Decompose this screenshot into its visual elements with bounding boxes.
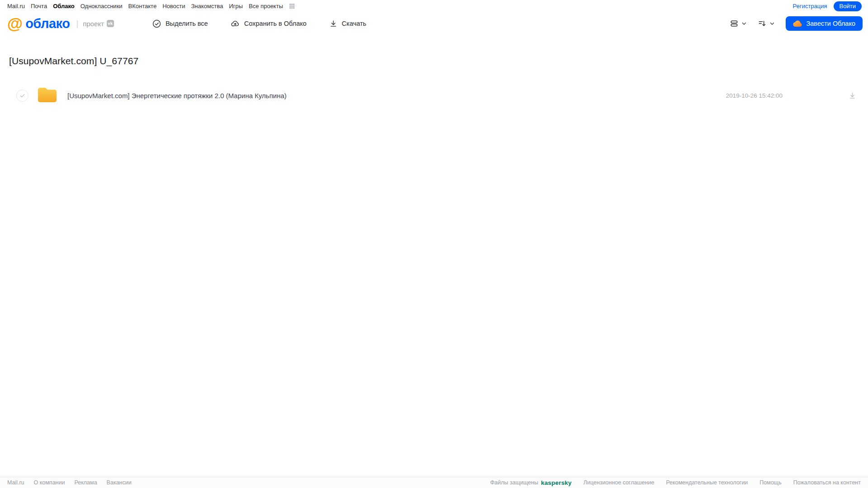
main-header: @ облако | проект vk Выделить все xyxy=(0,12,868,35)
view-mode-selector[interactable] xyxy=(730,19,747,28)
list-view-icon xyxy=(730,19,739,28)
file-toolbar: Выделить все Сохранить в Облако Скачат xyxy=(152,19,389,28)
vk-badge-icon: vk xyxy=(107,20,114,27)
select-all-label: Выделить все xyxy=(166,20,208,27)
chevron-down-icon xyxy=(769,21,775,26)
download-label: Скачать xyxy=(342,20,366,27)
select-all-button[interactable]: Выделить все xyxy=(152,19,208,28)
row-download-icon[interactable] xyxy=(849,92,856,99)
nav-oblako[interactable]: Облако xyxy=(53,3,75,9)
login-button[interactable]: Войти xyxy=(834,1,862,11)
logo-divider: | xyxy=(76,19,78,28)
check-icon xyxy=(19,93,25,99)
save-to-cloud-button[interactable]: Сохранить в Облако xyxy=(231,19,307,28)
footer-recommendation-tech-link[interactable]: Рекомендательные технологии xyxy=(666,479,748,486)
kaspersky-protected: Файлы защищены kaspersky xyxy=(490,479,572,486)
footer-right: Файлы защищены kaspersky Лицензионное со… xyxy=(490,479,861,486)
nav-znakomstva[interactable]: Знакомства xyxy=(191,3,223,9)
get-cloud-button-label: Завести Облако xyxy=(806,20,855,27)
footer-jobs-link[interactable]: Вакансии xyxy=(107,479,132,486)
footer-about-link[interactable]: О компании xyxy=(34,479,65,486)
mailru-at-icon: @ xyxy=(7,15,23,32)
nav-all-projects[interactable]: Все проекты xyxy=(249,3,283,9)
footer-ads-link[interactable]: Реклама xyxy=(74,479,97,486)
nav-novosti[interactable]: Новости xyxy=(162,3,185,9)
footer: Mail.ru О компании Реклама Вакансии Файл… xyxy=(0,477,868,488)
nav-vkontakte[interactable]: ВКонтакте xyxy=(128,3,157,9)
logo-project-label: проект xyxy=(83,20,104,28)
nav-mailru[interactable]: Mail.ru xyxy=(7,3,25,9)
chevron-down-icon xyxy=(741,21,747,26)
orange-cloud-icon xyxy=(793,20,802,27)
protected-label: Файлы защищены xyxy=(490,479,538,486)
footer-help-link[interactable]: Помощь xyxy=(759,479,781,486)
check-circle-icon xyxy=(152,19,166,28)
get-cloud-button[interactable]: Завести Облако xyxy=(786,16,863,31)
download-icon xyxy=(329,19,342,28)
file-date: 2019-10-26 15:42:00 xyxy=(726,92,783,99)
all-projects-grid-icon[interactable] xyxy=(289,4,294,9)
cloud-upload-icon xyxy=(231,19,244,28)
row-checkbox[interactable] xyxy=(16,90,28,102)
logo-text: облако xyxy=(25,16,70,31)
footer-license-link[interactable]: Лицензионное соглашение xyxy=(583,479,655,486)
main-content: [UsupovMarket.com] U_67767 [UsupovMarket… xyxy=(0,56,868,108)
sort-icon xyxy=(758,19,767,28)
registration-link[interactable]: Регистрация xyxy=(793,3,827,9)
download-button[interactable]: Скачать xyxy=(329,19,366,28)
file-name[interactable]: [UsupovMarket.com] Энергетические протяж… xyxy=(67,92,287,99)
save-to-cloud-label: Сохранить в Облако xyxy=(244,20,307,27)
nav-pochta[interactable]: Почта xyxy=(31,3,47,9)
file-row[interactable]: [UsupovMarket.com] Энергетические протяж… xyxy=(0,83,868,108)
project-navbar: Mail.ru Почта Облако Одноклассники ВКонт… xyxy=(0,0,868,12)
footer-mailru-link[interactable]: Mail.ru xyxy=(7,479,24,486)
cloud-logo[interactable]: @ облако | проект vk xyxy=(7,15,114,32)
footer-report-content-link[interactable]: Пожаловаться на контент xyxy=(793,479,861,486)
kaspersky-logo[interactable]: kaspersky xyxy=(541,479,572,486)
header-right-controls: Завести Облако xyxy=(730,16,863,31)
sort-selector[interactable] xyxy=(758,19,775,28)
nav-odnoklassniki[interactable]: Одноклассники xyxy=(81,3,123,9)
nav-igry[interactable]: Игры xyxy=(229,3,243,9)
page-title: [UsupovMarket.com] U_67767 xyxy=(9,56,868,66)
folder-icon xyxy=(37,86,57,105)
